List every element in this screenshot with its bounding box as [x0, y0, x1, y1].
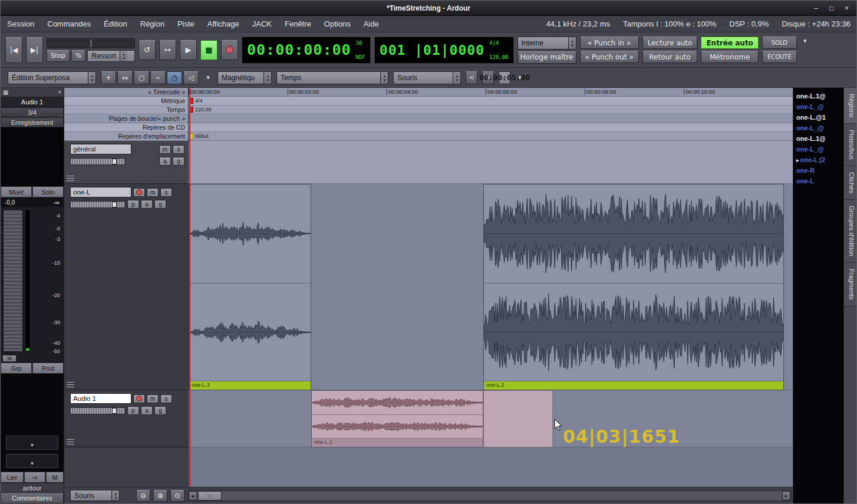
tab-pistes-bus[interactable]: Pistes/bus — [844, 124, 856, 166]
stop-button[interactable]: ■ — [200, 40, 217, 60]
record-button[interactable] — [221, 40, 238, 60]
auto-return-button[interactable]: Retour auto — [642, 51, 698, 63]
group-button[interactable]: Grp — [1, 363, 32, 374]
strip-grid-icon[interactable]: ▦ — [3, 89, 8, 95]
comments-button[interactable]: Commentaires — [1, 492, 64, 503]
minimize-icon[interactable]: – — [812, 4, 820, 12]
menu-aide[interactable]: Aide — [357, 19, 385, 28]
tab-groupes-edition[interactable]: Groupes d'édition — [844, 200, 856, 263]
menu-affichage[interactable]: Affichage — [201, 19, 246, 28]
master-mute-button[interactable]: m — [159, 145, 171, 154]
menu-piste[interactable]: Piste — [171, 19, 201, 28]
scroll-right-icon[interactable]: ▸ — [782, 491, 790, 500]
link-button[interactable]: Lier — [1, 472, 24, 483]
meter-point-button[interactable]: M — [2, 355, 17, 362]
tool-object-button[interactable]: + — [101, 71, 116, 84]
scrollbar-track[interactable] — [222, 491, 782, 500]
link-arrow-icon[interactable]: ⇒ — [24, 472, 45, 483]
region-list-item[interactable]: one-L.1@ — [793, 133, 843, 144]
cd-marker-ruler[interactable] — [189, 123, 793, 132]
shuttle-percent-button[interactable]: % — [71, 50, 85, 62]
play-range-button[interactable]: ↦ — [159, 40, 176, 60]
auto-input-button[interactable]: Entrée auto — [701, 37, 758, 49]
punch-in-button[interactable]: « Punch in » — [580, 37, 639, 49]
close-icon[interactable]: × — [843, 4, 851, 12]
snap-unit-dropdown[interactable]: Temps ▴▾ — [276, 71, 388, 84]
one-l-solo-button[interactable]: s — [160, 188, 172, 197]
strip-mute-button[interactable]: Muet — [1, 186, 32, 197]
shuttle-mode-dropdown[interactable]: Ressort ▴▾ — [87, 50, 135, 62]
mono-button[interactable]: M — [46, 472, 64, 483]
scroll-left-icon[interactable]: ◂ — [189, 491, 197, 500]
region-list-item[interactable]: one-L.1@ — [793, 91, 843, 101]
tempo-ruler[interactable]: 120,00 — [189, 106, 793, 114]
horizontal-scrollbar[interactable]: ◂ ||| ▸ — [188, 490, 791, 501]
loop-punch-ruler[interactable] — [189, 114, 793, 123]
location-marker-ruler[interactable]: début — [189, 132, 793, 141]
audio1-solo-button[interactable]: s — [160, 394, 172, 403]
audio1-track-lane[interactable]: one-L.1 — [189, 390, 793, 447]
region-one-l-1[interactable]: one-L.1 — [311, 390, 483, 447]
tool-timefx-button[interactable]: ◷ — [167, 71, 182, 84]
sync-source-dropdown[interactable]: Interne ▴▾ — [518, 37, 576, 50]
strip-record-mode-button[interactable]: Enregistrement — [1, 117, 64, 127]
strip-close-icon[interactable]: × — [58, 89, 61, 95]
one-l-track-lane[interactable]: one-L.3 one-L.2 — [189, 184, 793, 390]
gain-fader[interactable] — [3, 209, 23, 352]
region-list-item[interactable]: one-L — [793, 176, 843, 186]
play-button[interactable]: ▶ — [180, 40, 197, 60]
menu-options[interactable]: Options — [318, 19, 357, 28]
playhead[interactable] — [189, 88, 190, 487]
region-list-item[interactable]: one-L_@ — [793, 101, 843, 112]
master-name-field[interactable]: général — [70, 144, 131, 154]
edit-point-dropdown[interactable]: Souris ▴▾ — [393, 71, 461, 84]
tool-audition-button[interactable]: ◁ — [183, 71, 199, 84]
one-l-auto-g-button[interactable]: g — [154, 200, 166, 209]
audio1-mute-button[interactable]: m — [147, 394, 159, 403]
audio1-auto-g-button[interactable]: g — [154, 406, 166, 415]
track-resize-handle[interactable] — [67, 382, 74, 387]
solo-button[interactable]: SOLO — [762, 37, 797, 49]
audition-button[interactable]: ÉCOUTE — [762, 51, 797, 63]
master-solo-button[interactable]: s — [173, 145, 184, 154]
tool-gain-button[interactable]: ∼ — [150, 71, 166, 84]
track-resize-handle[interactable] — [67, 439, 74, 444]
strip-solo-button[interactable]: Solo — [32, 186, 64, 197]
region-list-item[interactable]: one-L.@1 — [793, 112, 843, 123]
output-widget[interactable]: ▾ — [6, 454, 58, 468]
punch-out-button[interactable]: « Punch out » — [580, 51, 639, 63]
master-gain-fader[interactable] — [70, 158, 126, 165]
zoom-in-button[interactable]: ⊕ — [153, 490, 167, 502]
metronome-button[interactable]: Métronome — [701, 51, 758, 63]
strip-name-button[interactable]: Audio 1 — [1, 97, 64, 107]
menu-fenetre[interactable]: Fenêtre — [278, 19, 318, 28]
audio1-pan-button[interactable]: p — [127, 406, 139, 415]
one-l-auto-a-button[interactable]: a — [141, 200, 153, 209]
primary-clock[interactable]: 00:00:00:00 30 NDF — [242, 37, 371, 64]
region-one-l-3[interactable]: one-L.3 — [189, 184, 311, 390]
track-resize-handle[interactable] — [67, 176, 74, 181]
tab-regions[interactable]: Régions — [844, 88, 856, 124]
shuttle-stop-button[interactable]: Stop — [47, 50, 70, 62]
one-l-name-field[interactable]: one-L — [70, 187, 131, 197]
audio1-name-field[interactable]: Audio 1 — [70, 393, 131, 404]
panner-widget[interactable]: ▾ — [6, 436, 58, 450]
master-track-lane[interactable] — [189, 141, 793, 184]
zoom-out-button[interactable]: ⊖ — [136, 490, 150, 502]
audio1-record-arm-button[interactable] — [133, 394, 145, 403]
zoom-focus-dropdown[interactable]: Souris ▴▾ — [70, 490, 120, 501]
tool-range-button[interactable]: ↔ — [117, 71, 133, 84]
one-l-mute-button[interactable]: m — [147, 188, 159, 197]
timestretch-ghost-region[interactable] — [483, 390, 553, 447]
tab-cliches[interactable]: Clichés — [844, 166, 856, 200]
menu-region[interactable]: Région — [134, 19, 171, 28]
zoom-fit-button[interactable]: ⊙ — [170, 490, 184, 502]
secondary-clock[interactable]: 001 |01|0000 4|4 120,00 — [374, 37, 514, 64]
audio1-auto-a-button[interactable]: a — [141, 406, 153, 415]
edit-mode-dropdown[interactable]: Édition Superposa ▴▾ — [8, 71, 96, 84]
audio1-gain-fader[interactable] — [70, 407, 126, 414]
strip-gain-value[interactable]: -0,0 — [5, 199, 15, 206]
auto-play-button[interactable]: Lecture auto — [642, 37, 698, 49]
nav-prev-button[interactable]: < — [466, 71, 477, 84]
goto-end-button[interactable]: ▶| — [26, 37, 43, 63]
